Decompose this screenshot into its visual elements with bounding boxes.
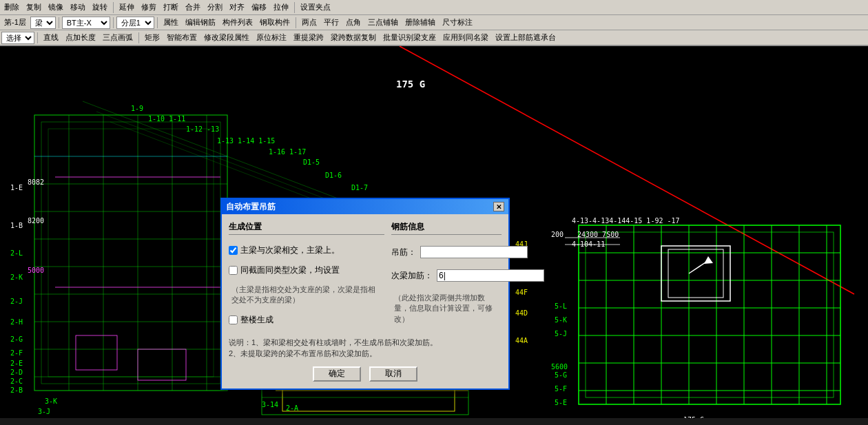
btn-component-list[interactable]: 构件列表 xyxy=(220,17,256,29)
field-row-stirrup: 吊筋： xyxy=(391,246,502,258)
btn-point-angle[interactable]: 点角 xyxy=(343,17,364,29)
auto-layout-stirrup-dialog: 自动布置吊筋 ✕ 生成位置 主梁与次梁相交，主梁上。 同截面同类型次梁，均设置 … xyxy=(220,198,510,390)
section-title-rebar: 钢筋信息 xyxy=(391,221,502,235)
sep8 xyxy=(138,32,139,43)
cad-label-d1-6: D1-6 xyxy=(325,172,342,179)
btn-copy-span[interactable]: 梁跨数据复制 xyxy=(328,32,379,44)
btn-del-axis[interactable]: 册除辅轴 xyxy=(402,17,438,29)
select-level[interactable]: 分层1 xyxy=(116,17,154,29)
cad-label-1-16-17: 1-16 1-17 xyxy=(269,148,306,156)
stirrup-input[interactable] xyxy=(420,246,528,258)
btn-point-len[interactable]: 点加长度 xyxy=(63,32,99,44)
btn-stretch[interactable]: 拉伸 xyxy=(271,1,291,14)
btn-two-point[interactable]: 两点 xyxy=(299,17,320,29)
checkbox-same-section[interactable] xyxy=(229,266,238,275)
btn-dim[interactable]: 尺寸标注 xyxy=(440,17,475,29)
btn-three-axis[interactable]: 三点铺轴 xyxy=(365,17,401,29)
btn-parallel[interactable]: 平行 xyxy=(321,17,342,29)
btn-set-top-rebar[interactable]: 设置上部筋遮承台 xyxy=(493,32,559,44)
cad-canvas: 1-9 1-10 1-11 1-12 -13 1-13 1-14 1-15 1-… xyxy=(0,46,868,418)
cad-label-left-num: 5000 xyxy=(28,267,44,274)
cad-label-2c: 2-C xyxy=(10,377,23,385)
btn-re-extract[interactable]: 重提梁跨 xyxy=(291,32,327,44)
dialog-body: 生成位置 主梁与次梁相交，主梁上。 同截面同类型次梁，均设置 （主梁是指相交处为… xyxy=(222,214,508,334)
cad-label-5g: 5-G xyxy=(555,371,567,379)
checkbox-same-section-label: 同截面同类型次梁，均设置 xyxy=(240,265,340,276)
dialog-footer: 说明：1、梁和梁相交处有柱或墙时，不生成吊筋和次梁加筋。 2、未提取梁跨的梁不布… xyxy=(222,334,508,388)
cad-label-175g: 175 G xyxy=(683,416,704,418)
btn-merge[interactable]: 合并 xyxy=(183,1,203,14)
secondary-rebar-label: 次梁加筋： xyxy=(391,270,433,282)
btn-line[interactable]: 直线 xyxy=(41,32,61,44)
cad-label-24300: 24300 7S00 xyxy=(577,231,619,238)
btn-rotate[interactable]: 旋转 xyxy=(90,1,110,14)
btn-mirror[interactable]: 镜像 xyxy=(45,1,66,14)
cad-label-2d: 2-D xyxy=(10,369,23,376)
dialog-title: 自动布置吊筋 xyxy=(226,201,276,213)
btn-batch-id[interactable]: 批量识别梁支座 xyxy=(380,32,439,44)
btn-split[interactable]: 分割 xyxy=(205,1,225,14)
checkbox-row-3: 整楼生成 xyxy=(229,314,384,326)
cad-label-5600: 5600 xyxy=(551,363,568,371)
btn-original-mark[interactable]: 原位标注 xyxy=(254,32,289,44)
btn-arc[interactable]: 三点画弧 xyxy=(100,32,136,44)
cad-label-2e: 2-E xyxy=(10,360,23,367)
checkbox-main-beam-label: 主梁与次梁相交，主梁上。 xyxy=(240,245,340,256)
cad-label-2h: 2-H xyxy=(10,318,23,326)
cad-label-1-10-11: 1-10 1-11 xyxy=(148,115,185,123)
note-line2: 2、未提取梁跨的梁不布置吊筋和次梁加筋。 xyxy=(229,348,502,360)
btn-offset[interactable]: 偏移 xyxy=(249,1,269,14)
btn-setgrip[interactable]: 设置夹点 xyxy=(298,1,333,14)
checkbox-main-beam[interactable] xyxy=(229,246,238,255)
cad-label-1b: 1-B xyxy=(10,222,23,229)
btn-move[interactable]: 移动 xyxy=(68,1,88,14)
cad-label-44a: 44A xyxy=(515,337,528,344)
select-layer[interactable]: 梁 xyxy=(30,17,56,29)
dialog-close-button[interactable]: ✕ xyxy=(493,202,504,211)
cad-label-3-14: 3-14 xyxy=(262,401,278,408)
btn-trim[interactable]: 修剪 xyxy=(138,1,159,14)
field-row-secondary: 次梁加筋： xyxy=(391,269,502,282)
cad-label-3k: 3-K xyxy=(45,397,57,405)
note-definition: （主梁是指相交处为支座的梁，次梁是指相交处不为支座的梁） xyxy=(229,283,384,307)
btn-copy[interactable]: 复制 xyxy=(23,1,44,14)
cad-label-5l: 5-L xyxy=(555,302,567,310)
btn-apply-same[interactable]: 应用到同名梁 xyxy=(440,32,491,44)
checkbox-row-2: 同截面同类型次梁，均设置 xyxy=(229,265,384,276)
cad-label-1-13-15: 1-13 1-14 1-15 xyxy=(217,137,275,145)
select-mode[interactable]: 选择 xyxy=(1,32,34,44)
cad-label-5e: 5-E xyxy=(555,399,567,406)
btn-delete[interactable]: 删除 xyxy=(1,1,22,14)
toolbar-area: 删除 复制 镜像 移动 旋转 延伸 修剪 打断 合并 分割 对齐 偏移 拉伸 设… xyxy=(0,0,868,46)
toolbar-row-1: 删除 复制 镜像 移动 旋转 延伸 修剪 打断 合并 分割 对齐 偏移 拉伸 设… xyxy=(0,0,868,15)
toolbar-row-3: 选择 直线 点加长度 三点画弧 矩形 智能布置 修改梁段属性 原位标注 重提梁跨… xyxy=(0,30,868,45)
checkbox-row-1: 主梁与次梁相交，主梁上。 xyxy=(229,245,384,256)
cad-label-1-9: 1-9 xyxy=(131,105,143,112)
sep6 xyxy=(296,17,296,28)
confirm-button[interactable]: 确定 xyxy=(313,366,361,382)
secondary-rebar-input[interactable] xyxy=(437,269,544,282)
btn-attr[interactable]: 属性 xyxy=(161,17,181,29)
checkbox-whole-building[interactable] xyxy=(229,315,238,324)
btn-edit-beam-attr[interactable]: 修改梁段属性 xyxy=(201,32,252,44)
btn-smart-layout[interactable]: 智能布置 xyxy=(164,32,200,44)
btn-align[interactable]: 对齐 xyxy=(227,1,247,14)
cancel-button[interactable]: 取消 xyxy=(369,366,417,382)
btn-edit-rebar[interactable]: 编辑钢筋 xyxy=(183,17,218,29)
sep2 xyxy=(294,2,295,13)
cad-label-2a: 2-A xyxy=(286,404,298,412)
cad-label-1e: 1-E xyxy=(10,184,23,191)
btn-extract[interactable]: 钢取构件 xyxy=(257,17,293,29)
cad-label-5f: 5-F xyxy=(555,385,567,393)
btn-rect[interactable]: 矩形 xyxy=(142,32,163,44)
btn-extend[interactable]: 延伸 xyxy=(116,1,137,14)
select-bt[interactable]: BT主-X xyxy=(62,17,110,29)
cad-label-4-13: 4-13-4-134-144-15 1-92 -17 xyxy=(572,217,680,225)
note-area: 说明：1、梁和梁相交处有柱或墙时，不生成吊筋和次梁加筋。 2、未提取梁跨的梁不布… xyxy=(229,337,502,360)
cad-label-44d: 44D xyxy=(515,309,528,317)
btn-break[interactable]: 打断 xyxy=(161,1,181,14)
section-title-position: 生成位置 xyxy=(229,221,384,235)
cad-label-8082: 8082 xyxy=(28,178,44,186)
layer-label: 第-1层 xyxy=(1,17,29,29)
cad-label-d1-5: D1-5 xyxy=(303,158,320,166)
